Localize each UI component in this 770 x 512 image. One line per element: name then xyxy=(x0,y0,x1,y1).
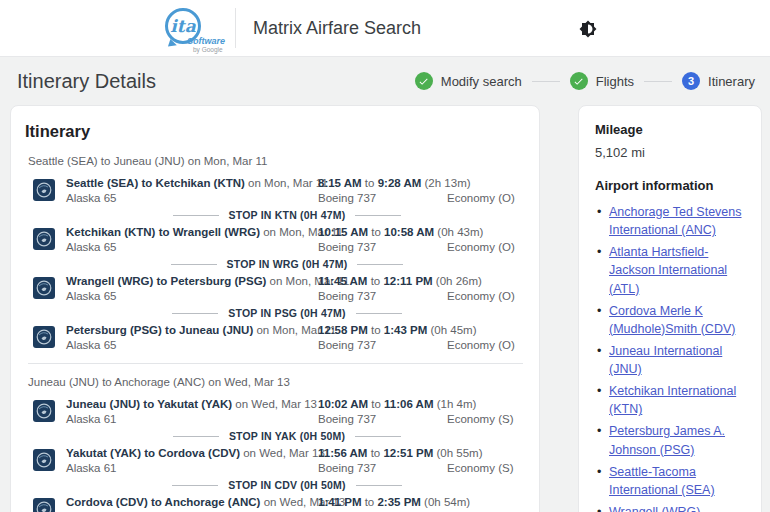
step-flights[interactable]: Flights xyxy=(570,72,634,90)
trip-info-card: Mileage 5,102 mi Airport information Anc… xyxy=(578,105,762,512)
leg-route: Cordova (CDV) to Anchorage (ANC) on Wed,… xyxy=(66,496,318,508)
step-number-badge: 3 xyxy=(682,72,700,90)
step-itinerary[interactable]: 3 Itinerary xyxy=(682,72,755,90)
stopover-row: STOP IN CDV (0H 50M) xyxy=(51,479,523,491)
leg-times: 11:45 AM to 12:11 PM (0h 26m) xyxy=(318,275,523,287)
leg-duration: (0h 26m) xyxy=(433,275,482,287)
section-header: Juneau (JNU) to Anchorage (ANC) on Wed, … xyxy=(28,376,523,388)
theme-toggle-button[interactable] xyxy=(577,19,599,41)
flight-number: Alaska 65 xyxy=(66,339,318,351)
alaska-airlines-logo xyxy=(33,179,66,201)
times-to-word: to xyxy=(368,226,384,238)
times-to-word: to xyxy=(367,447,383,459)
stop-dash-right xyxy=(355,436,401,437)
departure-time: 11:56 AM xyxy=(318,447,367,459)
aircraft-type: Boeing 737 xyxy=(318,241,447,253)
airport-link[interactable]: Cordova Merle K (Mudhole)Smith (CDV) xyxy=(609,304,735,336)
leg-times: 10:15 AM to 10:58 AM (0h 43m) xyxy=(318,226,523,238)
times-to-word: to xyxy=(368,398,384,410)
leg-duration: (0h 45m) xyxy=(427,324,476,336)
step-label: Modify search xyxy=(441,74,522,89)
flight-leg-row: Cordova (CDV) to Anchorage (ANC) on Wed,… xyxy=(33,496,523,512)
departure-time: 1:41 PM xyxy=(318,496,361,508)
stop-dash-left xyxy=(173,436,219,437)
mileage-value: 5,102 mi xyxy=(595,145,745,160)
stopover-row: STOP IN WRG (0H 47M) xyxy=(51,258,523,270)
ita-logo-text: ita xyxy=(170,16,195,36)
leg-duration: (0h 55m) xyxy=(433,447,482,459)
brightness-toggle-icon xyxy=(579,20,597,38)
leg-route-date: on Wed, Mar 13 xyxy=(240,447,325,459)
cabin-class: Economy (O) xyxy=(447,339,523,351)
departure-time: 8:15 AM xyxy=(318,177,362,189)
cabin-class: Economy (O) xyxy=(447,241,523,253)
alaska-airlines-logo xyxy=(33,498,66,512)
cabin-class: Economy (S) xyxy=(447,462,523,474)
airport-link[interactable]: Ketchikan International (KTN) xyxy=(609,384,736,416)
section-divider xyxy=(28,363,523,364)
airport-link[interactable]: Atlanta Hartsfield-Jackson International… xyxy=(609,245,727,295)
airport-list-item: Wrangell (WRG) xyxy=(595,503,745,512)
aircraft-type: Boeing 737 xyxy=(318,290,447,302)
airport-link[interactable]: Wrangell (WRG) xyxy=(609,505,700,512)
airport-list-item: Seattle-Tacoma International (SEA) xyxy=(595,463,745,499)
times-to-word: to xyxy=(362,177,378,189)
departure-time: 12:58 PM xyxy=(318,324,368,336)
flight-leg-row: Ketchikan (KTN) to Wrangell (WRG) on Mon… xyxy=(33,226,523,253)
leg-route: Seattle (SEA) to Ketchikan (KTN) on Mon,… xyxy=(66,177,318,189)
flight-number: Alaska 65 xyxy=(66,241,318,253)
arrival-time: 2:35 PM xyxy=(377,496,420,508)
times-to-word: to xyxy=(368,324,384,336)
aircraft-type: Boeing 737 xyxy=(318,192,447,204)
step-label: Itinerary xyxy=(708,74,755,89)
check-circle-icon xyxy=(415,72,433,90)
airport-list-item: Juneau International (JNU) xyxy=(595,342,745,378)
airport-list-item: Ketchikan International (KTN) xyxy=(595,382,745,418)
step-connector xyxy=(644,81,672,82)
flight-number: Alaska 65 xyxy=(66,192,318,204)
leg-times: 8:15 AM to 9:28 AM (2h 13m) xyxy=(318,177,523,189)
step-modify-search[interactable]: Modify search xyxy=(415,72,522,90)
flight-number: Alaska 61 xyxy=(66,462,318,474)
alaska-airlines-logo xyxy=(33,449,66,471)
departure-time: 10:15 AM xyxy=(318,226,368,238)
section-legs: Seattle (SEA) to Ketchikan (KTN) on Mon,… xyxy=(11,177,523,351)
cabin-class: Economy (S) xyxy=(447,413,523,425)
ita-software-logo[interactable]: ita Software by Google xyxy=(163,2,225,54)
itinerary-section: Juneau (JNU) to Anchorage (ANC) on Wed, … xyxy=(11,376,523,512)
leg-route-airports: Seattle (SEA) to Ketchikan (KTN) xyxy=(66,177,245,189)
airport-link[interactable]: Juneau International (JNU) xyxy=(609,344,722,376)
times-to-word: to xyxy=(361,496,377,508)
airport-info-heading: Airport information xyxy=(595,178,745,193)
stop-dash-right xyxy=(357,264,403,265)
aircraft-type: Boeing 737 xyxy=(318,339,447,351)
flight-leg-row: Juneau (JNU) to Yakutat (YAK) on Wed, Ma… xyxy=(33,398,523,425)
leg-route-airports: Cordova (CDV) to Anchorage (ANC) xyxy=(66,496,260,508)
airport-link[interactable]: Petersburg James A. Johnson (PSG) xyxy=(609,424,725,456)
step-connector xyxy=(532,81,560,82)
itinerary-sections: Seattle (SEA) to Juneau (JNU) on Mon, Ma… xyxy=(11,155,523,512)
leg-times: 10:02 AM to 11:06 AM (1h 4m) xyxy=(318,398,523,410)
leg-duration: (2h 13m) xyxy=(421,177,470,189)
leg-route-date: on Mon, Mar 11 xyxy=(245,177,328,189)
cabin-class: Economy (O) xyxy=(447,192,523,204)
airport-link[interactable]: Seattle-Tacoma International (SEA) xyxy=(609,465,715,497)
leg-duration: (0h 54m) xyxy=(421,496,470,508)
stop-dash-right xyxy=(356,313,402,314)
leg-route-airports: Petersburg (PSG) to Juneau (JNU) xyxy=(66,324,253,336)
arrival-time: 12:51 PM xyxy=(383,447,433,459)
stopover-label: STOP IN YAK (0H 50M) xyxy=(229,430,345,442)
leg-duration: (0h 43m) xyxy=(434,226,483,238)
alaska-airlines-logo xyxy=(33,277,66,299)
airport-link[interactable]: Anchorage Ted Stevens International (ANC… xyxy=(609,205,742,237)
leg-times: 11:56 AM to 12:51 PM (0h 55m) xyxy=(318,447,523,459)
leg-route: Wrangell (WRG) to Petersburg (PSG) on Mo… xyxy=(66,275,318,287)
departure-time: 11:45 AM xyxy=(318,275,367,287)
stop-dash-left xyxy=(171,264,217,265)
airport-list-item: Cordova Merle K (Mudhole)Smith (CDV) xyxy=(595,302,745,338)
stopover-row: STOP IN KTN (0H 47M) xyxy=(51,209,523,221)
stopover-label: STOP IN KTN (0H 47M) xyxy=(229,209,346,221)
wizard-stepper: Modify search Flights 3 Itinerary xyxy=(415,72,755,90)
stopover-label: STOP IN CDV (0H 50M) xyxy=(228,479,345,491)
leg-route: Ketchikan (KTN) to Wrangell (WRG) on Mon… xyxy=(66,226,318,238)
